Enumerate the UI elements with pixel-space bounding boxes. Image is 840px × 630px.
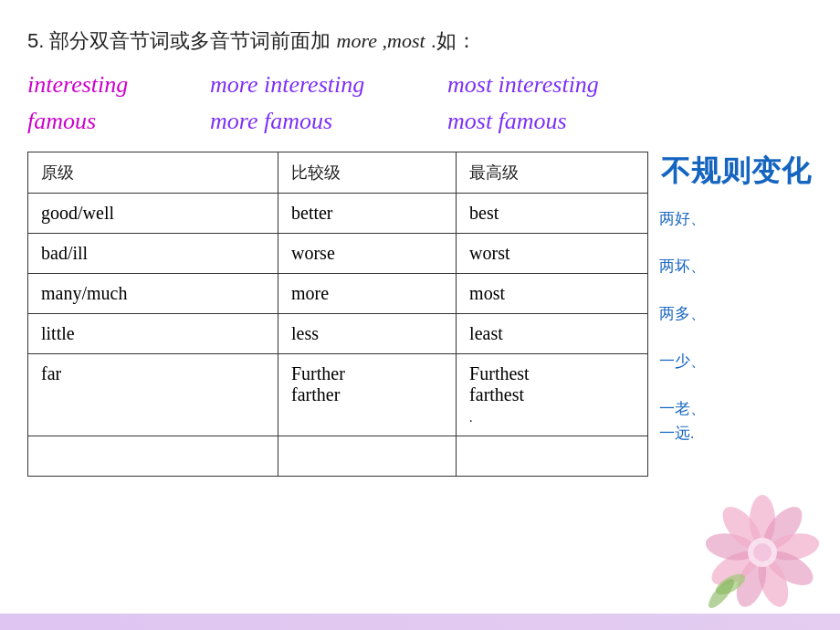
super-interesting: most interesting: [447, 71, 599, 99]
cell-empty: [28, 436, 278, 477]
table-row: good/well better best: [28, 194, 648, 234]
cell-base: many/much: [28, 274, 278, 314]
cell-empty: [457, 436, 648, 477]
note-bad: 两坏、: [654, 242, 840, 289]
header-comparative: 比较级: [278, 152, 457, 194]
cell-comparative: worse: [278, 234, 457, 274]
title-chinese: 部分双音节词或多音节词前面加: [49, 29, 331, 52]
note-many: 两多、: [654, 289, 840, 337]
comp-interesting: more interesting: [210, 71, 447, 99]
cell-comparative: less: [278, 314, 457, 354]
note-far: 一老、 一远.: [654, 384, 840, 457]
comparison-table: 原级 比较级 最高级 good/well better best bad/ill…: [27, 152, 648, 477]
irregular-title-row: 不规则变化: [654, 152, 840, 194]
cell-empty: [278, 436, 457, 477]
table-header-row: 原级 比较级 最高级: [28, 152, 648, 194]
title-terms: more ,most: [337, 29, 425, 52]
table-row: bad/ill worse worst: [28, 234, 648, 274]
table-section: 原级 比较级 最高级 good/well better best bad/ill…: [27, 152, 813, 477]
cell-comparative: Furtherfarther: [278, 354, 457, 436]
section-title: 5. 部分双音节词或多音节词前面加 more ,most .如：: [27, 27, 813, 55]
cell-superlative: Furthestfarthest.: [457, 354, 648, 436]
cell-base: little: [28, 314, 278, 354]
cell-base: good/well: [28, 194, 278, 234]
example-row-famous: famous more famous most famous: [27, 108, 813, 135]
table-row: many/much more most: [28, 274, 648, 314]
cell-superlative: least: [457, 314, 648, 354]
note-good: 两好、: [654, 194, 840, 242]
examples: interesting more interesting most intere…: [27, 71, 813, 135]
irregular-title: 不规则变化: [661, 152, 812, 192]
header-base: 原级: [28, 152, 278, 194]
title-suffix: .如：: [431, 29, 477, 52]
base-interesting: interesting: [27, 71, 210, 99]
example-row-interesting: interesting more interesting most intere…: [27, 71, 813, 99]
header-superlative: 最高级: [457, 152, 648, 194]
table-row: far Furtherfarther Furthestfarthest.: [28, 354, 648, 436]
cell-superlative: best: [457, 194, 648, 234]
comp-famous: more famous: [210, 108, 447, 135]
cell-base: far: [28, 354, 278, 436]
base-famous: famous: [27, 108, 210, 135]
cell-comparative: more: [278, 274, 457, 314]
side-notes-column: 不规则变化 两好、 两坏、 两多、 一少、 一老、 一远.: [654, 152, 840, 457]
cell-superlative: most: [457, 274, 648, 314]
cell-superlative: worst: [457, 234, 648, 274]
cell-comparative: better: [278, 194, 457, 234]
super-famous: most famous: [447, 108, 567, 135]
page: 5. 部分双音节词或多音节词前面加 more ,most .如： interes…: [0, 0, 840, 630]
table-row: little less least: [28, 314, 648, 354]
note-little: 一少、: [654, 337, 840, 384]
table-row-empty: [28, 436, 648, 477]
bottom-bar: [0, 614, 840, 630]
cell-base: bad/ill: [28, 234, 278, 274]
title-number: 5.: [27, 29, 49, 52]
flower-svg: [703, 493, 822, 612]
svg-point-10: [753, 543, 772, 562]
flower-decoration: [703, 493, 822, 612]
